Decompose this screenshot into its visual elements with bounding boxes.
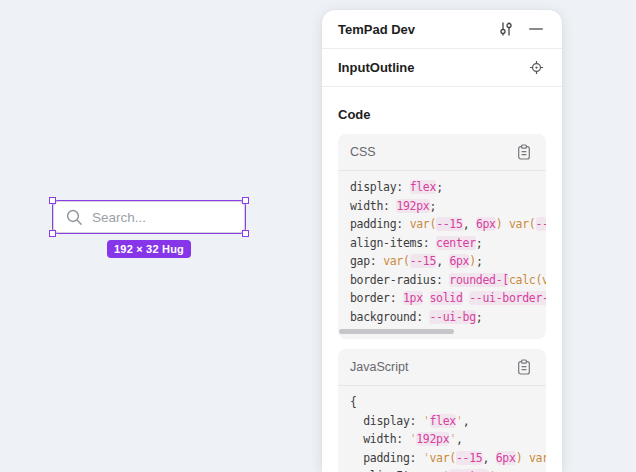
search-icon	[66, 209, 83, 226]
code-section: Code CSS display: flex;width: 192px;padd…	[322, 87, 562, 472]
selected-node-name: InputOutline	[338, 60, 524, 75]
css-code-block: CSS display: flex;width: 192px;padding: …	[338, 134, 546, 339]
javascript-code-block-label: JavaScript	[350, 360, 512, 374]
locate-node-button[interactable]	[524, 56, 548, 80]
settings-button[interactable]	[494, 17, 518, 41]
javascript-code[interactable]: { display: 'flex', width: '192px', paddi…	[338, 386, 546, 472]
minimize-button[interactable]	[524, 17, 548, 41]
css-code-hscrollbar-thumb[interactable]	[339, 329, 454, 334]
css-code[interactable]: display: flex;width: 192px;padding: var(…	[338, 171, 546, 326]
copy-javascript-button[interactable]	[512, 355, 536, 379]
search-input-component[interactable]: Search... 192 × 32 Hug	[53, 201, 245, 233]
clipboard-icon	[517, 144, 531, 160]
crosshair-icon	[529, 60, 544, 75]
javascript-code-block: JavaScript { display: 'flex', width: '19…	[338, 349, 546, 472]
search-input[interactable]: Search...	[53, 201, 245, 233]
css-code-hscrollbar	[338, 326, 546, 339]
sliders-icon	[498, 21, 514, 37]
selected-node-row: InputOutline	[322, 49, 562, 87]
size-badge: 192 × 32 Hug	[107, 240, 191, 258]
css-code-block-header: CSS	[338, 134, 546, 171]
minus-icon	[529, 22, 543, 36]
code-section-title: Code	[338, 107, 546, 122]
tempad-dev-panel: TemPad Dev InputOutline	[322, 10, 562, 472]
clipboard-icon	[517, 359, 531, 375]
search-placeholder: Search...	[92, 210, 146, 225]
panel-header: TemPad Dev	[322, 10, 562, 49]
javascript-code-block-header: JavaScript	[338, 349, 546, 386]
css-code-block-label: CSS	[350, 145, 512, 159]
design-canvas[interactable]: Search... 192 × 32 Hug TemPad Dev	[0, 0, 636, 472]
copy-css-button[interactable]	[512, 140, 536, 164]
panel-title: TemPad Dev	[338, 22, 494, 37]
